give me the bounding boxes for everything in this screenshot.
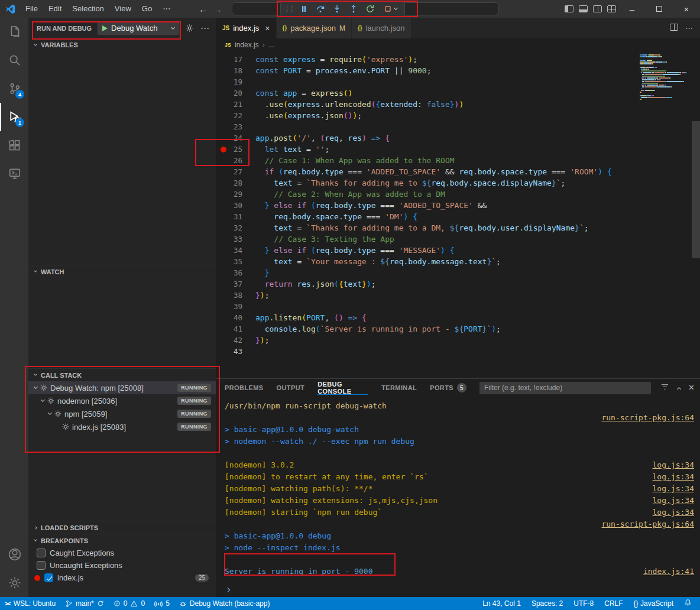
git-branch-status[interactable]: main*: [60, 597, 109, 610]
maximize-panel-icon[interactable]: [678, 384, 680, 392]
menu-item-edit[interactable]: Edit: [43, 0, 67, 18]
line-number-gutter[interactable]: 40: [216, 312, 255, 323]
step-out-button[interactable]: [346, 2, 361, 16]
breadcrumb-symbol[interactable]: ...: [268, 41, 274, 49]
code-line[interactable]: 29 // Case 2: When App was added to a DM: [216, 189, 700, 200]
toggle-secondary-sidebar-icon[interactable]: [590, 0, 604, 18]
tab-package-json[interactable]: {}package.jsonM: [277, 18, 352, 38]
breadcrumb-file[interactable]: index.js: [235, 41, 259, 49]
code-line[interactable]: 41 console.log(`Server is running in por…: [216, 323, 700, 335]
breakpoint-checkbox[interactable]: [37, 561, 46, 570]
minimap[interactable]: [640, 54, 691, 102]
code-line[interactable]: 19: [216, 76, 700, 87]
run-and-debug-icon[interactable]: 1: [0, 103, 28, 131]
maximize-button[interactable]: [646, 0, 673, 18]
line-number-gutter[interactable]: 36: [216, 267, 255, 278]
code-line[interactable]: 21 .use(express.urlencoded({extended: fa…: [216, 99, 700, 110]
line-number-gutter[interactable]: 35: [216, 256, 255, 267]
breakpoint-row[interactable]: index.js25: [28, 572, 216, 584]
section-header-loaded-scripts[interactable]: LOADED SCRIPTS: [28, 521, 216, 534]
accounts-icon[interactable]: [0, 540, 28, 569]
line-number-gutter[interactable]: 27: [216, 166, 255, 177]
breakpoint-checkbox[interactable]: [37, 549, 46, 557]
line-number-gutter[interactable]: 41: [216, 323, 255, 335]
code-line[interactable]: 18const PORT = process.env.PORT || 9000;: [216, 65, 700, 76]
line-number-gutter[interactable]: 18: [216, 65, 255, 76]
gear-icon[interactable]: [185, 24, 194, 33]
code-line[interactable]: 24app.post('/', (req, res) => {: [216, 132, 700, 144]
forward-arrow-icon[interactable]: →: [213, 4, 222, 14]
drag-handle-icon[interactable]: ⋮⋮: [284, 5, 293, 13]
pause-button[interactable]: [296, 2, 312, 16]
cursor-position[interactable]: Ln 43, Col 1: [482, 599, 521, 608]
menu-item-view[interactable]: View: [109, 0, 137, 18]
line-number-gutter[interactable]: 25: [216, 144, 255, 155]
source-control-icon[interactable]: 4: [0, 74, 28, 103]
language-mode[interactable]: {} JavaScript: [634, 599, 673, 608]
ports-status[interactable]: 5: [150, 597, 174, 610]
launch-config-dropdown[interactable]: Debug Watch: [97, 21, 180, 35]
line-number-gutter[interactable]: 32: [216, 222, 255, 233]
call-stack-row[interactable]: Debug Watch: npm [25008]RUNNING: [28, 381, 216, 394]
source-link[interactable]: log.js:34: [653, 507, 694, 518]
code-editor[interactable]: 17const express = require('express');18c…: [216, 51, 700, 378]
line-number-gutter[interactable]: 17: [216, 54, 255, 65]
code-line[interactable]: 33 // Case 3: Texting the App: [216, 233, 700, 245]
explorer-icon[interactable]: [0, 18, 28, 46]
minimize-button[interactable]: –: [618, 0, 646, 18]
step-into-button[interactable]: [329, 2, 345, 16]
source-link[interactable]: run-script-pkg.js:64: [601, 518, 694, 530]
code-line[interactable]: 40app.listen(PORT, () => {: [216, 312, 700, 323]
encoding-status[interactable]: UTF-8: [573, 599, 594, 608]
code-line[interactable]: 23: [216, 121, 700, 132]
section-header-watch[interactable]: WATCH: [28, 265, 216, 278]
chevron-down-icon[interactable]: [34, 385, 38, 389]
breakpoint-checkbox[interactable]: [44, 573, 53, 582]
line-number-gutter[interactable]: 22: [216, 110, 255, 121]
split-editor-icon[interactable]: [670, 24, 678, 33]
source-link[interactable]: index.js:41: [643, 566, 694, 577]
chevron-down-icon[interactable]: [41, 398, 45, 402]
debug-session-status[interactable]: Debug Watch (basic-app): [174, 597, 275, 610]
line-number-gutter[interactable]: 38: [216, 290, 255, 301]
code-line[interactable]: 27 if (req.body.type === 'ADDED_TO_SPACE…: [216, 166, 700, 177]
code-line[interactable]: 32 text = `Thanks for adding me to a DM,…: [216, 222, 700, 233]
line-number-gutter[interactable]: 24: [216, 132, 255, 144]
source-link[interactable]: log.js:34: [653, 483, 694, 495]
notifications-bell-icon[interactable]: [684, 599, 692, 608]
section-header-call-stack[interactable]: CALL STACK: [28, 368, 216, 381]
chevron-down-icon[interactable]: [48, 411, 52, 415]
source-link[interactable]: run-script-pkg.js:64: [601, 412, 694, 424]
panel-tab-terminal[interactable]: TERMINAL: [381, 379, 417, 397]
code-line[interactable]: 20const app = express(): [216, 87, 700, 99]
code-line[interactable]: 34 } else if (req.body.type === 'MESSAGE…: [216, 245, 700, 256]
customize-layout-icon[interactable]: [604, 0, 618, 18]
code-line[interactable]: 30 } else if (req.body.type === 'ADDED_T…: [216, 200, 700, 211]
line-number-gutter[interactable]: 26: [216, 155, 255, 166]
toggle-panel-icon[interactable]: [576, 0, 590, 18]
step-over-button[interactable]: [313, 2, 328, 16]
line-number-gutter[interactable]: 29: [216, 189, 255, 200]
search-icon[interactable]: [0, 46, 28, 74]
editor-more-actions-icon[interactable]: ⋯: [685, 24, 693, 33]
code-line[interactable]: 39: [216, 301, 700, 312]
line-number-gutter[interactable]: 20: [216, 87, 255, 99]
chevron-down-icon[interactable]: [394, 6, 398, 10]
panel-tab-output[interactable]: OUTPUT: [277, 379, 305, 397]
call-stack-row[interactable]: npm [25059]RUNNING: [28, 407, 216, 420]
line-number-gutter[interactable]: 19: [216, 76, 255, 87]
extensions-icon[interactable]: [0, 131, 28, 160]
code-line[interactable]: 35 text = `Your message : ${req.body.mes…: [216, 256, 700, 267]
problems-status[interactable]: 0 0: [109, 597, 150, 610]
filter-output-icon[interactable]: [660, 382, 669, 393]
close-tab-icon[interactable]: ×: [265, 24, 270, 33]
back-arrow-icon[interactable]: ←: [199, 4, 208, 14]
code-line[interactable]: 36 }: [216, 267, 700, 278]
editor-scrollbar[interactable]: [692, 121, 700, 258]
menu-item-more[interactable]: ⋯: [157, 0, 176, 18]
line-number-gutter[interactable]: 33: [216, 233, 255, 245]
panel-tab-problems[interactable]: PROBLEMS: [225, 379, 264, 397]
tab-launch-json[interactable]: {}launch.json: [352, 18, 411, 38]
start-debugging-icon[interactable]: [102, 25, 108, 31]
eol-status[interactable]: CRLF: [604, 599, 623, 608]
